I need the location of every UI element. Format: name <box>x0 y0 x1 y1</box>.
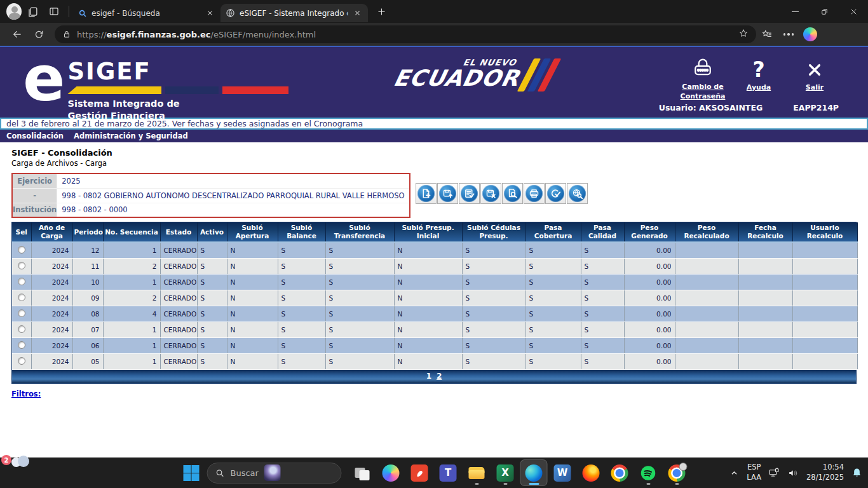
logo-stripes <box>67 86 288 94</box>
logo-name: SIGEF <box>67 58 151 85</box>
workspaces-icon[interactable] <box>22 2 43 21</box>
column-header: Sel <box>12 222 31 242</box>
search-favicon-icon <box>78 9 87 18</box>
search-button[interactable] <box>567 183 588 204</box>
minimize-button[interactable] <box>780 0 810 23</box>
back-button[interactable] <box>6 25 28 44</box>
cell: S <box>462 337 526 353</box>
word-taskbar-icon[interactable]: W <box>550 460 576 485</box>
row-select-radio[interactable] <box>18 246 25 254</box>
cell: S <box>325 322 394 337</box>
file-explorer-taskbar-icon[interactable] <box>464 460 490 485</box>
copilot-taskbar-icon[interactable] <box>378 460 404 485</box>
address-bar[interactable]: https://esigef.finanzas.gob.ec/eSIGEF/me… <box>55 25 756 43</box>
row-select-radio[interactable] <box>18 262 25 269</box>
row-select-radio[interactable] <box>18 278 25 285</box>
restore-button[interactable] <box>810 0 839 23</box>
cell: 2024 <box>31 258 72 274</box>
tab-esigef-sistema[interactable]: eSIGEF - Sistema Integrado de Ge <box>220 4 368 22</box>
menu-item-administraci-n-y-seguridad[interactable]: Administración y Seguridad <box>74 132 188 140</box>
page-link-2[interactable]: 2 <box>437 372 442 381</box>
session-info: Usuario: AKSOSAINTEG EAPP214P <box>659 103 839 112</box>
page-link-1: 1 <box>426 372 431 381</box>
network-icon[interactable] <box>768 467 780 479</box>
start-button[interactable] <box>179 460 205 485</box>
print-button[interactable] <box>524 183 545 204</box>
tab-actions-icon[interactable] <box>43 2 65 21</box>
form-table: Ejercicio2025-998 - 0802 GOBIERNO AUTONO… <box>12 173 410 217</box>
change-password-link[interactable]: Cambio de Contraseña <box>675 53 731 102</box>
spotify-taskbar-icon[interactable] <box>635 460 661 485</box>
doc-plus-icon <box>417 185 435 202</box>
chevron-up-icon[interactable] <box>729 468 740 478</box>
ecuador-logo: EL NUEVO ECUADOR <box>394 57 553 92</box>
clock[interactable]: 10:54 28/1/2025 <box>806 463 844 482</box>
help-link[interactable]: ? Ayuda <box>731 53 787 102</box>
cell: 2024 <box>31 322 72 337</box>
refresh-button[interactable] <box>28 25 50 44</box>
edge-taskbar-icon[interactable] <box>521 460 547 485</box>
cell: S <box>526 322 581 337</box>
cell <box>738 290 792 306</box>
filters-link[interactable]: Filtros: <box>11 390 41 398</box>
cell: 1 <box>103 337 160 353</box>
cell: N <box>227 290 278 306</box>
volume-icon[interactable] <box>787 467 799 479</box>
cell: 2024 <box>31 306 72 322</box>
firefox-taskbar-icon[interactable] <box>578 460 604 485</box>
new-record-button[interactable] <box>416 183 437 204</box>
cell: S <box>581 353 624 369</box>
pdf-app-taskbar-icon[interactable] <box>407 460 433 485</box>
cell: 0.00 <box>624 322 675 337</box>
table-row: 2024051CERRADOSNSSNSSS0.00 <box>12 353 857 369</box>
approve-button[interactable] <box>545 183 566 204</box>
cell: S <box>462 322 526 337</box>
row-select-radio[interactable] <box>18 357 25 365</box>
logout-link[interactable]: Salir <box>787 53 843 102</box>
favorite-star-icon[interactable] <box>738 28 749 41</box>
chrome-taskbar-icon[interactable] <box>607 460 633 485</box>
cell: N <box>227 337 278 353</box>
row-select-radio[interactable] <box>18 341 25 349</box>
upload-file-button[interactable] <box>437 183 458 204</box>
close-button[interactable] <box>839 0 868 23</box>
cell: S <box>526 242 581 258</box>
cell <box>738 353 792 369</box>
cell: 0.00 <box>624 274 675 290</box>
row-select-radio[interactable] <box>18 325 25 333</box>
validate-button[interactable] <box>459 183 480 204</box>
tab-esigef-busqueda[interactable]: esigef - Búsqueda <box>73 4 220 22</box>
new-tab-button[interactable] <box>372 3 391 20</box>
language-indicator[interactable]: ESP LAA <box>747 463 761 482</box>
notification-bell-icon[interactable] <box>851 467 863 479</box>
cell: 1 <box>103 274 160 290</box>
tab-close-icon[interactable] <box>352 8 363 18</box>
cell <box>792 353 857 369</box>
delete-button[interactable] <box>480 183 501 204</box>
menu-item-consolidaci-n[interactable]: Consolidación <box>6 132 64 140</box>
teams-taskbar-icon[interactable]: T <box>435 460 461 485</box>
tab-close-icon[interactable] <box>205 8 215 18</box>
row-select-radio[interactable] <box>18 294 25 301</box>
favorites-bar-icon[interactable] <box>756 25 778 44</box>
chrome-profile-taskbar-icon[interactable] <box>664 460 690 485</box>
cell: 2024 <box>31 337 72 353</box>
taskbar: 2 Buscar TXW ESP LAA 10:54 28/1/2025 <box>0 458 868 488</box>
form-field-label: - <box>12 188 57 203</box>
cell: S <box>581 306 624 322</box>
taskbar-search[interactable]: Buscar <box>207 463 342 484</box>
profile-avatar[interactable] <box>0 2 22 21</box>
task-view-taskbar-icon[interactable] <box>349 460 376 485</box>
cell: N <box>394 242 462 258</box>
chrome-profile-icon <box>668 464 686 482</box>
table-row: 2024112CERRADOSNSSNSSS0.00 <box>12 258 857 274</box>
more-menu-icon[interactable] <box>778 25 799 44</box>
column-header: Usuario Recalculo <box>792 222 857 242</box>
cell: S <box>278 242 325 258</box>
column-header: Pasa Cobertura <box>526 222 581 242</box>
copilot-icon[interactable] <box>799 25 821 44</box>
cell <box>675 322 738 337</box>
excel-taskbar-icon[interactable]: X <box>492 460 519 485</box>
row-select-radio[interactable] <box>18 309 25 317</box>
preview-button[interactable] <box>502 183 523 204</box>
